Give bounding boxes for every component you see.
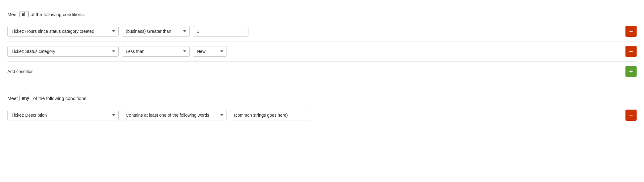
section-any-prefix: Meet (7, 96, 18, 101)
condition-all-1-operator[interactable]: (business) Greater than (business) Less … (122, 26, 190, 37)
section-all-suffix: of the following conditions: (31, 12, 85, 17)
condition-all-2-remove-button[interactable]: − (625, 46, 637, 57)
condition-all-row-2: Ticket: Status category Ticket: Hours si… (7, 41, 637, 61)
condition-all-2-field[interactable]: Ticket: Status category Ticket: Hours si… (7, 46, 119, 57)
remove-icon-1: − (629, 28, 633, 34)
remove-icon-2: − (629, 48, 633, 54)
condition-any-row-1: Ticket: Description Ticket: Hours since … (7, 105, 637, 125)
spacer (7, 84, 637, 90)
condition-all-1-remove-button[interactable]: − (625, 26, 637, 37)
condition-all-1-field[interactable]: Ticket: Hours since status category crea… (7, 26, 119, 37)
condition-all-1-value[interactable] (193, 26, 248, 37)
condition-all-2-operator[interactable]: Less than Greater than Is Is not (122, 46, 190, 57)
condition-any-1-field[interactable]: Ticket: Description Ticket: Hours since … (7, 110, 119, 120)
section-all-keyword: all (19, 11, 29, 17)
section-all-prefix: Meet (7, 12, 18, 17)
add-condition-label[interactable]: Add condition (7, 69, 34, 74)
add-condition-button[interactable]: + (625, 66, 637, 77)
condition-any-1-operator[interactable]: Contains at least one of the following w… (122, 110, 227, 120)
section-any-keyword: any (19, 95, 31, 101)
condition-all-2-value[interactable]: New Open Pending On-hold Solved Closed (193, 46, 227, 57)
condition-any-1-value[interactable] (230, 110, 310, 120)
add-condition-row: Add condition + (7, 61, 637, 81)
section-any: Meet any of the following conditions: Ti… (7, 90, 637, 125)
remove-icon-any-1: − (629, 112, 633, 118)
section-all-header: Meet all of the following conditions: (7, 6, 637, 21)
condition-all-row-1: Ticket: Hours since status category crea… (7, 21, 637, 41)
section-any-header: Meet any of the following conditions: (7, 90, 637, 105)
section-all: Meet all of the following conditions: Ti… (7, 6, 637, 81)
add-icon: + (629, 68, 633, 75)
section-any-suffix: of the following conditions: (33, 96, 87, 101)
condition-any-1-remove-button[interactable]: − (625, 110, 637, 121)
